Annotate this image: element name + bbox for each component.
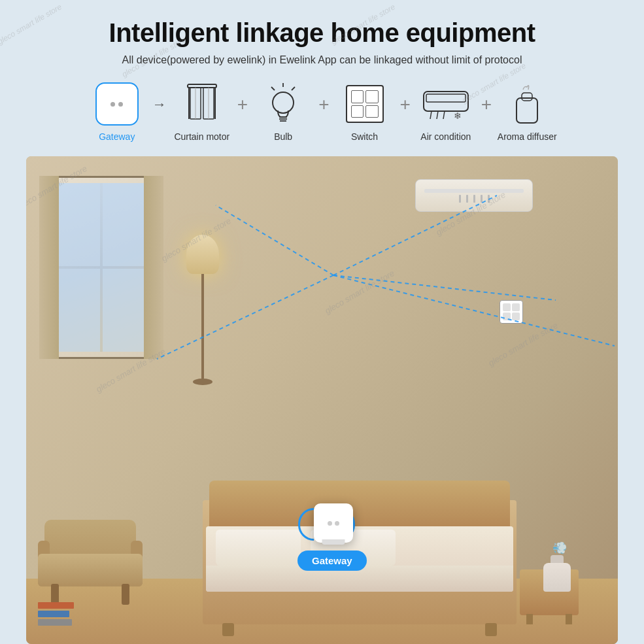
devices-row: Gateway → Curtain motor + [26,80,618,142]
ac-vents [459,195,490,203]
device-gateway: Gateway [84,80,150,142]
curtain-icon-wrapper [178,80,226,127]
device-gateway-label: Gateway [99,131,135,142]
aroma-device: 💨 [543,556,571,592]
svg-rect-15 [426,94,466,102]
bedroom-section: 💨 Gateway [26,156,618,644]
device-switch-label: Switch [351,131,378,142]
switch-cell-2 [365,90,379,103]
device-curtain: Curtain motor [169,80,235,142]
ac-unit [415,179,533,212]
switch-icon [346,85,384,123]
page-wrapper: Intelligent linkage home equipment All d… [0,0,644,644]
svg-line-16 [430,111,432,119]
aroma-device-body [543,563,571,592]
arrow-icon: → [152,96,167,126]
plus-1: + [237,94,248,128]
device-bulb-label: Bulb [274,131,292,142]
wall-switch-btn-4 [512,313,520,320]
ac-bar [424,189,523,193]
book-1 [38,602,74,609]
svg-text:❄: ❄ [454,110,462,121]
floor-lamp [196,235,209,385]
plus-3: + [400,94,411,128]
curtain-left [39,176,59,359]
aroma-device-top [551,555,564,563]
device-ac-label: Air condition [420,131,471,142]
gateway-badge: Gateway [297,551,367,571]
switch-cell-3 [351,105,364,118]
curtain-right [144,176,163,359]
bulb-icon [266,82,300,126]
ac-vent-5 [488,195,490,203]
wall-switch-btn-2 [512,303,520,311]
bed-pillow-left [216,530,301,566]
nightstand-leg-right [566,614,572,624]
chair-seat [38,554,143,586]
gateway-dot-1 [110,102,115,107]
device-switch: Switch [332,80,398,142]
lamp-base [193,379,212,385]
book-3 [38,619,72,626]
wall-switch-btn-1 [503,303,511,311]
svg-line-18 [443,111,445,119]
gateway-device-dot-2 [335,521,339,526]
svg-point-10 [273,92,294,113]
switch-cell-4 [365,105,379,118]
curtain-motor-icon [185,83,219,126]
device-aroma: Aroma diffuser [494,80,560,142]
gateway-device [314,503,353,543]
device-ac: ❄ Air condition [413,80,479,142]
chair-leg-right [122,584,129,605]
svg-line-8 [271,87,275,90]
page-subtitle: All device(powered by ewelink) in Ewelin… [122,54,522,66]
window-panes [46,183,156,352]
lamp-pole [201,274,204,379]
gateway-icon-wrapper [93,80,141,127]
armchair [38,520,143,605]
ac-vent-2 [466,195,468,203]
book-2 [38,611,69,617]
wall-switch-btn-3 [503,313,511,320]
svg-line-17 [437,111,438,119]
device-bulb: Bulb [250,80,316,142]
gateway-dot-2 [118,102,123,107]
svg-rect-20 [517,98,537,123]
books-stack [38,602,74,626]
gateway-icon [95,82,139,126]
page-title: Intelligent linkage home equipment [109,18,535,48]
bed-leg-front-right [485,623,497,636]
ac-icon-wrapper: ❄ [422,80,469,127]
air-condition-icon: ❄ [422,86,469,122]
gateway-device-dot-1 [328,521,332,526]
switch-cell-1 [351,90,364,103]
ac-vent-4 [481,195,483,203]
lamp-shade [186,235,219,274]
aroma-diffuser-icon [510,82,544,126]
device-aroma-label: Aroma diffuser [498,131,557,142]
aroma-icon-wrapper [503,80,551,127]
ac-vent-3 [473,195,475,203]
bed-leg-front-left [222,623,234,636]
wall-switch [500,300,523,324]
nightstand-leg-left [526,614,533,624]
svg-line-9 [292,87,295,90]
svg-rect-21 [522,93,532,101]
plus-4: + [481,94,492,128]
bulb-icon-wrapper [260,80,307,127]
aroma-steam: 💨 [552,541,567,555]
ac-vent-1 [459,195,461,203]
plus-2: + [318,94,329,128]
device-curtain-label: Curtain motor [174,131,229,142]
switch-icon-wrapper [341,80,388,127]
